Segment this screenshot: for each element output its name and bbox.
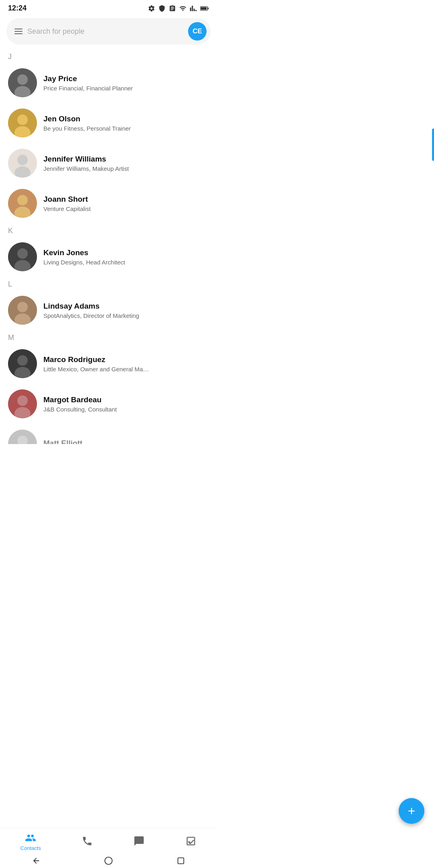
status-icons xyxy=(148,5,209,12)
wifi-icon xyxy=(179,5,186,12)
svg-point-10 xyxy=(17,155,28,165)
list-item[interactable]: Jennifer Williams Jennifer Williams, Mak… xyxy=(0,143,217,183)
contact-info: Lindsay Adams SpotAnalytics, Director of… xyxy=(43,302,209,319)
svg-rect-2 xyxy=(207,7,209,9)
contact-detail: Living Designs, Head Architect xyxy=(43,259,209,266)
contact-detail: Little Mexico, Owner and General Ma… xyxy=(43,366,209,373)
contact-avatar xyxy=(8,430,37,459)
svg-point-4 xyxy=(17,74,28,85)
contact-avatar xyxy=(8,108,37,137)
svg-point-25 xyxy=(17,395,28,406)
contact-info: Jen Olson Be you Fitness, Personal Train… xyxy=(43,115,209,132)
gear-icon xyxy=(148,5,155,12)
contact-avatar xyxy=(8,189,37,218)
contact-info: Joann Short Venture Capitalist xyxy=(43,195,209,212)
contact-name: Matt Elliott xyxy=(43,439,209,448)
status-time: 12:24 xyxy=(8,4,27,12)
contact-info: Jay Price Price Financial, Financial Pla… xyxy=(43,74,209,92)
list-item[interactable]: Matt Elliott xyxy=(0,424,217,464)
contact-name: Lindsay Adams xyxy=(43,302,209,311)
menu-button[interactable] xyxy=(14,29,23,34)
list-item[interactable]: Jay Price Price Financial, Financial Pla… xyxy=(0,63,217,103)
contact-info: Kevin Jones Living Designs, Head Archite… xyxy=(43,248,209,266)
svg-point-28 xyxy=(17,436,28,446)
clipboard-icon xyxy=(169,5,176,12)
contact-name: Kevin Jones xyxy=(43,248,209,257)
contact-detail: Jennifer Williams, Makeup Artist xyxy=(43,165,209,172)
user-avatar-button[interactable]: CE xyxy=(188,22,207,41)
contact-detail: SpotAnalytics, Director of Marketing xyxy=(43,312,209,319)
contact-info: Jennifer Williams Jennifer Williams, Mak… xyxy=(43,155,209,172)
svg-point-27 xyxy=(8,430,37,459)
contact-avatar xyxy=(8,68,37,97)
contact-info: Marco Rodriguez Little Mexico, Owner and… xyxy=(43,355,209,373)
status-bar: 12:24 xyxy=(0,0,217,15)
contact-name: Jen Olson xyxy=(43,115,209,123)
signal-icon xyxy=(190,5,197,12)
list-item[interactable]: Jen Olson Be you Fitness, Personal Train… xyxy=(0,103,217,143)
section-letter-l: L xyxy=(0,277,217,290)
list-item[interactable]: Lindsay Adams SpotAnalytics, Director of… xyxy=(0,290,217,330)
list-item[interactable]: Marco Rodriguez Little Mexico, Owner and… xyxy=(0,344,217,384)
contact-name: Margot Bardeau xyxy=(43,395,177,404)
shield-icon xyxy=(158,5,166,12)
contact-avatar xyxy=(8,149,37,178)
contact-info: Matt Elliott xyxy=(43,439,209,449)
contact-info: Margot Bardeau J&B Consulting, Consultan… xyxy=(43,395,177,413)
contact-name: Jay Price xyxy=(43,74,209,83)
section-letter-m: M xyxy=(0,330,217,344)
section-letter-k: K xyxy=(0,223,217,237)
search-bar[interactable]: Search for people CE xyxy=(6,18,211,45)
contact-detail: Price Financial, Financial Planner xyxy=(43,85,209,92)
battery-icon xyxy=(200,6,209,11)
contact-avatar xyxy=(8,242,37,271)
contact-name: Marco Rodriguez xyxy=(43,355,209,364)
list-item[interactable]: Joann Short Venture Capitalist xyxy=(0,183,217,223)
contact-avatar xyxy=(8,296,37,325)
svg-point-16 xyxy=(17,248,28,259)
contact-detail: Venture Capitalist xyxy=(43,205,209,212)
svg-point-22 xyxy=(17,355,28,366)
search-placeholder[interactable]: Search for people xyxy=(27,27,183,36)
contact-name: Jennifer Williams xyxy=(43,155,209,164)
contact-avatar xyxy=(8,349,37,378)
svg-rect-1 xyxy=(201,7,207,9)
list-item[interactable]: Margot Bardeau J&B Consulting, Consultan… xyxy=(0,384,217,424)
contact-detail: J&B Consulting, Consultant xyxy=(43,406,177,413)
svg-point-29 xyxy=(14,447,31,459)
svg-point-13 xyxy=(17,195,28,205)
contact-name: Joann Short xyxy=(43,195,209,204)
contact-avatar xyxy=(8,389,37,418)
contact-detail: Be you Fitness, Personal Trainer xyxy=(43,125,209,132)
section-letter-j: J xyxy=(0,49,217,63)
contact-list: J Jay Price Price Financial, Financial P… xyxy=(0,49,217,504)
list-item[interactable]: Kevin Jones Living Designs, Head Archite… xyxy=(0,237,217,277)
svg-point-19 xyxy=(17,302,28,312)
svg-point-7 xyxy=(17,115,28,125)
